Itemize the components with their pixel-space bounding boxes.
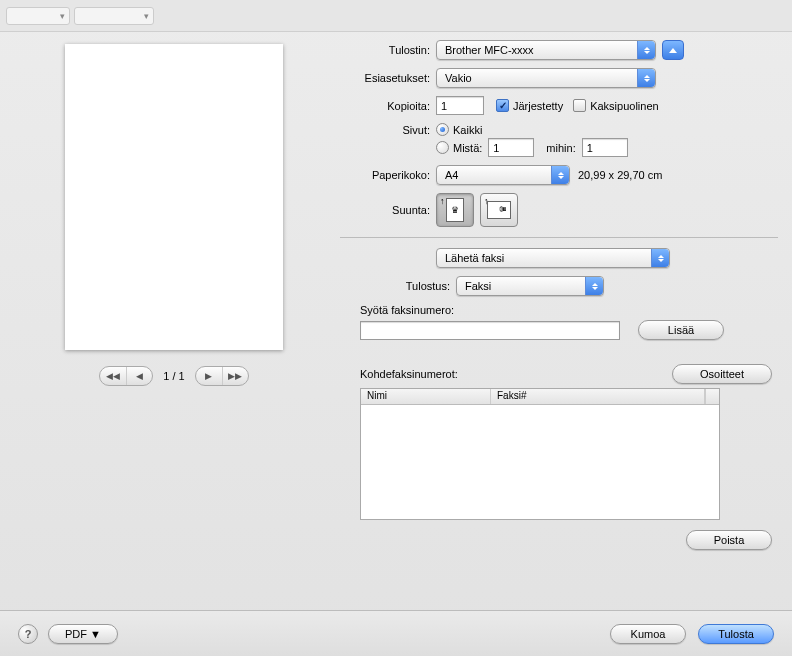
two-sided-label: Kaksipuolinen xyxy=(590,100,659,112)
add-button[interactable]: Lisää xyxy=(638,320,724,340)
next-page-icon[interactable]: ▶ xyxy=(196,367,222,385)
portrait-icon: ♛ xyxy=(446,198,464,222)
printer-label: Tulostin: xyxy=(340,44,436,56)
page-indicator: 1 / 1 xyxy=(163,370,184,382)
window-toolbar: ▾ ▾ xyxy=(0,0,792,32)
toolbar-popup-1[interactable]: ▾ xyxy=(6,7,70,25)
dialog-footer: ? PDF ▼ Kumoa Tulosta xyxy=(0,610,792,656)
papersize-popup[interactable]: A4 xyxy=(436,165,570,185)
dest-fax-table[interactable]: Nimi Faksi# xyxy=(360,388,720,520)
collated-label: Järjestetty xyxy=(513,100,563,112)
fax-number-input[interactable] xyxy=(360,321,620,340)
printer-popup[interactable]: Brother MFC-xxxx xyxy=(436,40,656,60)
output-value: Faksi xyxy=(465,280,491,292)
chevrons-icon xyxy=(651,249,669,267)
table-corner xyxy=(705,389,719,404)
chevrons-icon xyxy=(637,69,655,87)
orientation-portrait-button[interactable]: ↑ ♛ xyxy=(436,193,474,227)
pages-range-radio[interactable] xyxy=(436,141,449,154)
remove-button[interactable]: Poista xyxy=(686,530,772,550)
pages-to-label: mihin: xyxy=(546,142,575,154)
enter-fax-label: Syötä faksinumero: xyxy=(360,304,778,316)
pages-all-label: Kaikki xyxy=(453,124,482,136)
presets-value: Vakio xyxy=(445,72,472,84)
print-button[interactable]: Tulosta xyxy=(698,624,774,644)
prev-page-icon[interactable]: ◀ xyxy=(126,367,152,385)
papersize-value: A4 xyxy=(445,169,458,181)
output-label: Tulostus: xyxy=(340,280,456,292)
preview-nav-back[interactable]: ◀◀ ◀ xyxy=(99,366,153,386)
cancel-button[interactable]: Kumoa xyxy=(610,624,686,644)
pages-label: Sivut: xyxy=(340,124,436,136)
pages-from-label: Mistä: xyxy=(453,142,482,154)
copies-input[interactable] xyxy=(436,96,484,115)
chevrons-icon xyxy=(585,277,603,295)
pdf-menu-button[interactable]: PDF ▼ xyxy=(48,624,118,644)
chevrons-icon xyxy=(551,166,569,184)
preview-nav-fwd[interactable]: ▶ ▶▶ xyxy=(195,366,249,386)
two-sided-checkbox[interactable] xyxy=(573,99,586,112)
copies-label: Kopioita: xyxy=(340,100,436,112)
table-body[interactable] xyxy=(361,405,719,519)
pages-all-radio[interactable] xyxy=(436,123,449,136)
last-page-icon[interactable]: ▶▶ xyxy=(222,367,248,385)
th-name[interactable]: Nimi xyxy=(361,389,491,404)
section-popup[interactable]: Lähetä faksi xyxy=(436,248,670,268)
orientation-landscape-button[interactable]: ↑ ♛ xyxy=(480,193,518,227)
addresses-button[interactable]: Osoitteet xyxy=(672,364,772,384)
separator xyxy=(340,237,778,238)
landscape-icon: ♛ xyxy=(487,201,511,219)
toolbar-popup-2[interactable]: ▾ xyxy=(74,7,154,25)
papersize-dims: 20,99 x 29,70 cm xyxy=(578,169,662,181)
presets-popup[interactable]: Vakio xyxy=(436,68,656,88)
first-page-icon[interactable]: ◀◀ xyxy=(100,367,126,385)
papersize-label: Paperikoko: xyxy=(340,169,436,181)
help-button[interactable]: ? xyxy=(18,624,38,644)
chevrons-icon xyxy=(637,41,655,59)
th-fax[interactable]: Faksi# xyxy=(491,389,705,404)
print-preview xyxy=(65,44,283,350)
triangle-up-icon xyxy=(669,48,677,53)
expand-button[interactable] xyxy=(662,40,684,60)
printer-value: Brother MFC-xxxx xyxy=(445,44,534,56)
pages-to-input[interactable] xyxy=(582,138,628,157)
presets-label: Esiasetukset: xyxy=(340,72,436,84)
section-value: Lähetä faksi xyxy=(445,252,504,264)
output-popup[interactable]: Faksi xyxy=(456,276,604,296)
collated-checkbox[interactable] xyxy=(496,99,509,112)
pages-from-input[interactable] xyxy=(488,138,534,157)
dest-fax-label: Kohdefaksinumerot: xyxy=(360,368,458,380)
orientation-label: Suunta: xyxy=(340,204,436,216)
